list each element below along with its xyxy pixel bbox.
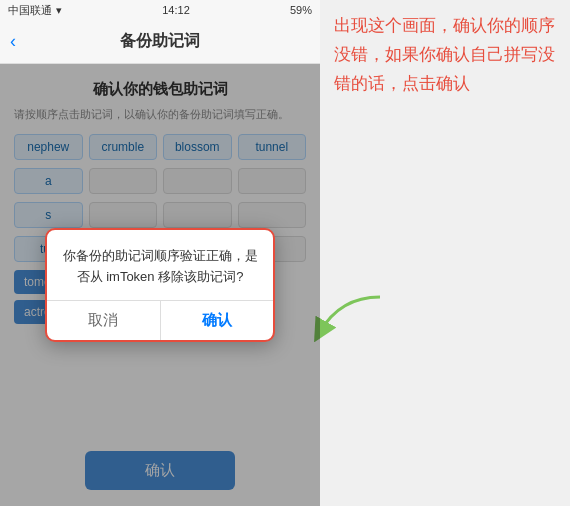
dialog-actions: 取消 确认 (47, 300, 273, 340)
status-left: 中国联通 ▾ (8, 3, 62, 18)
carrier-text: 中国联通 (8, 3, 52, 18)
status-right: 59% (290, 4, 312, 16)
battery-text: 59% (290, 4, 312, 16)
time-text: 14:12 (162, 4, 190, 16)
dialog-confirm-button[interactable]: 确认 (161, 301, 274, 340)
arrow-container (310, 292, 390, 346)
annotation-area: 出现这个画面，确认你的顺序没错，如果你确认自己拼写没错的话，点击确认 (320, 0, 570, 506)
dialog-body: 你备份的助记词顺序验证正确，是否从 imToken 移除该助记词? (47, 230, 273, 300)
wifi-icon: ▾ (56, 4, 62, 17)
dialog-overlay: 你备份的助记词顺序验证正确，是否从 imToken 移除该助记词? 取消 确认 (0, 64, 320, 506)
phone-frame: 中国联通 ▾ 14:12 59% ‹ 备份助记词 确认你的钱包助记词 请按顺序点… (0, 0, 320, 506)
back-button[interactable]: ‹ (10, 31, 16, 52)
nav-bar: ‹ 备份助记词 (0, 20, 320, 64)
page-content: 确认你的钱包助记词 请按顺序点击助记词，以确认你的备份助记词填写正确。 neph… (0, 64, 320, 506)
arrow-icon (310, 292, 390, 342)
nav-title: 备份助记词 (120, 31, 200, 52)
status-bar: 中国联通 ▾ 14:12 59% (0, 0, 320, 20)
dialog-box: 你备份的助记词顺序验证正确，是否从 imToken 移除该助记词? 取消 确认 (45, 228, 275, 342)
dialog-cancel-button[interactable]: 取消 (47, 301, 161, 340)
annotation-text: 出现这个画面，确认你的顺序没错，如果你确认自己拼写没错的话，点击确认 (334, 12, 556, 99)
